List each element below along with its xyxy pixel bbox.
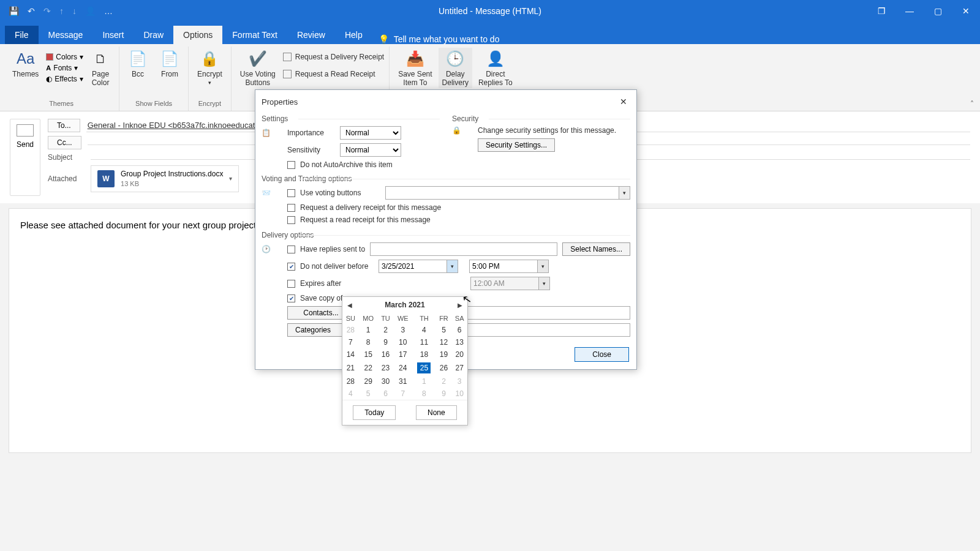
close-button[interactable]: Close [575,347,629,362]
calendar-day[interactable]: 23 [378,361,394,375]
attachment-chip[interactable]: W Group Project Instructions.docx 13 KB … [91,165,239,192]
calendar-day[interactable]: 29 [359,375,378,388]
expires-time-dropdown-icon[interactable]: ▾ [538,277,549,290]
calendar-day[interactable]: 21 [342,361,359,375]
date-dropdown-icon[interactable]: ▾ [447,260,458,272]
expires-checkbox[interactable] [287,280,295,288]
maximize-icon[interactable]: ▢ [924,0,952,22]
effects-button[interactable]: ◐Effects ▾ [46,74,83,84]
calendar-day[interactable]: 27 [451,361,467,375]
calendar-day[interactable]: 15 [359,348,378,361]
recipient-chip[interactable]: General - Inknoe EDU <b653a7fc.inknoeedu… [88,121,266,130]
fonts-button[interactable]: AFonts ▾ [46,63,83,73]
calendar-day[interactable]: 2 [378,324,394,336]
page-color-button[interactable]: 🗋 Page Color [87,48,114,88]
calendar-day[interactable]: 8 [359,336,378,348]
calendar-day[interactable]: 24 [393,361,412,375]
tell-me-search[interactable]: 💡 Tell me what you want to do [379,34,500,44]
tab-format-text[interactable]: Format Text [222,26,287,44]
prev-month-icon[interactable]: ◀ [347,302,352,309]
calendar-day[interactable]: 10 [393,336,412,348]
replies-input[interactable] [370,242,557,256]
tab-message[interactable]: Message [39,26,93,44]
tab-help[interactable]: Help [335,26,372,44]
calendar-day[interactable]: 22 [359,361,378,375]
calendar-day[interactable]: 11 [412,336,435,348]
calendar-day[interactable]: 1 [359,324,378,336]
send-down-icon[interactable]: ↓ [72,6,77,16]
close-window-icon[interactable]: ✕ [952,0,980,22]
redo-icon[interactable]: ↷ [43,6,51,16]
calendar-day[interactable]: 13 [451,336,467,348]
no-deliver-time[interactable]: ▾ [469,260,549,273]
colors-button[interactable]: Colors ▾ [46,52,83,62]
save-sent-button[interactable]: 📥Save Sent Item To [394,48,435,88]
tab-review[interactable]: Review [287,26,335,44]
calendar-day[interactable]: 4 [342,388,359,400]
from-button[interactable]: 📄From [156,48,183,80]
calendar-day[interactable]: 1 [412,375,435,388]
calendar-day[interactable]: 3 [451,375,467,388]
today-button[interactable]: Today [353,405,396,420]
calendar-day[interactable]: 28 [342,375,359,388]
calendar-day[interactable]: 19 [436,348,452,361]
delivery-receipt-checkbox[interactable]: Request a Delivery Receipt [283,51,384,62]
tab-file[interactable]: File [5,26,39,44]
sensitivity-select[interactable]: Normal [340,143,401,157]
attachment-dropdown-icon[interactable]: ▾ [229,175,232,182]
popout-icon[interactable]: ❐ [867,0,895,22]
expires-time[interactable]: ▾ [470,277,550,290]
calendar-day[interactable]: 9 [436,388,452,400]
save-icon[interactable]: 💾 [9,6,19,16]
encrypt-button[interactable]: 🔒 Encrypt ▾ [194,48,226,87]
importance-select[interactable]: Normal [340,126,401,140]
delivery-receipt-dlg-checkbox[interactable] [287,204,295,212]
read-receipt-checkbox[interactable]: Request a Read Receipt [283,69,384,80]
calendar-day[interactable]: 17 [393,348,412,361]
dialog-close-icon[interactable]: ✕ [617,95,630,108]
bcc-button[interactable]: 📄Bcc [124,48,151,80]
calendar-day[interactable]: 26 [436,361,452,375]
calendar-day[interactable]: 28 [342,324,359,336]
autoarchive-checkbox[interactable] [287,161,295,169]
calendar-day[interactable]: 16 [378,348,394,361]
voting-dropdown[interactable]: ▾ [619,187,630,199]
calendar-day[interactable]: 5 [359,388,378,400]
minimize-icon[interactable]: — [895,0,924,22]
time-dropdown-icon[interactable]: ▾ [537,260,548,272]
delay-delivery-button[interactable]: 🕒Delay Delivery [439,48,472,88]
calendar-day[interactable]: 7 [342,336,359,348]
reply-icon[interactable]: 👤 [85,6,96,16]
qat-more-icon[interactable]: … [104,6,113,16]
calendar-day[interactable]: 2 [436,375,452,388]
send-button[interactable]: Send [10,119,40,196]
calendar-day[interactable]: 20 [451,348,467,361]
tab-insert[interactable]: Insert [92,26,134,44]
tab-draw[interactable]: Draw [134,26,173,44]
direct-replies-button[interactable]: 👤Direct Replies To [475,48,516,88]
calendar-day[interactable]: 14 [342,348,359,361]
calendar-day[interactable]: 6 [378,388,394,400]
calendar-day[interactable]: 18 [412,348,435,361]
send-up-icon[interactable]: ↑ [59,6,64,16]
voting-buttons[interactable]: ✔️ Use Voting Buttons [236,48,279,88]
calendar-day[interactable]: 10 [451,388,467,400]
select-names-button[interactable]: Select Names... [562,242,630,256]
read-receipt-dlg-checkbox[interactable] [287,216,295,224]
calendar-day[interactable]: 4 [412,324,435,336]
undo-icon[interactable]: ↶ [28,6,35,16]
no-deliver-checkbox[interactable]: ✔ [287,263,295,271]
calendar-day[interactable]: 9 [378,336,394,348]
calendar-day[interactable]: 25 [412,361,435,375]
save-copy-checkbox[interactable]: ✔ [287,294,295,302]
collapse-ribbon-icon[interactable]: ˄ [970,100,974,108]
themes-button[interactable]: Aa Themes [9,48,42,88]
calendar-day[interactable]: 31 [393,375,412,388]
calendar-day[interactable]: 7 [393,388,412,400]
to-button[interactable]: To... [48,119,80,132]
calendar-day[interactable]: 6 [451,324,467,336]
calendar-day[interactable]: 3 [393,324,412,336]
none-button[interactable]: None [416,405,457,420]
next-month-icon[interactable]: ▶ [458,302,462,309]
use-voting-checkbox[interactable] [287,189,295,197]
